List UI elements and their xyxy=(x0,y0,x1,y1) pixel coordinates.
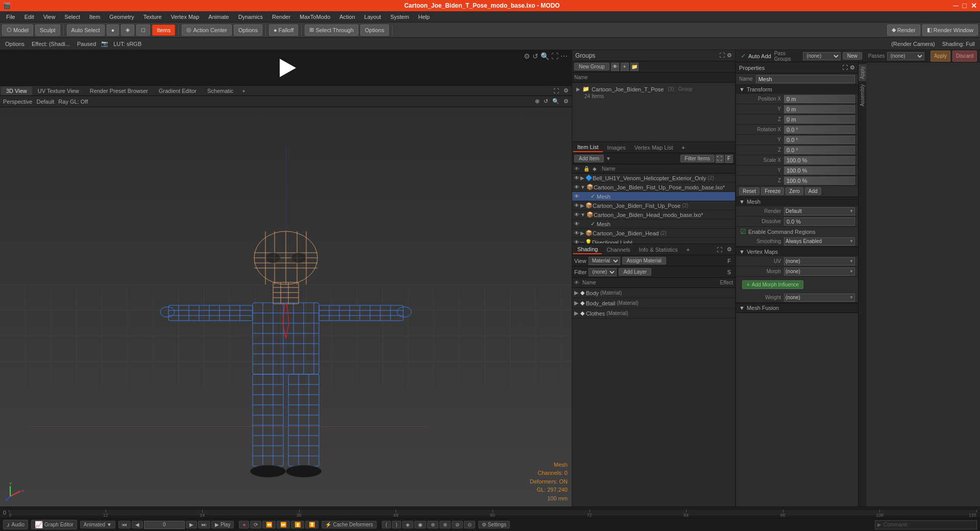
expand-0[interactable]: ▶ xyxy=(580,175,584,181)
groups-expand-icon[interactable]: ⛶ xyxy=(719,52,725,59)
timeline-ruler[interactable]: 0 12 24 36 48 60 72 84 96 108 120 xyxy=(8,509,977,516)
name-value[interactable]: Mesh xyxy=(756,75,855,83)
viewport-settings-icon[interactable]: ⚙ xyxy=(564,98,569,105)
go-end-button[interactable]: ⏭ xyxy=(198,521,210,528)
item-row-3[interactable]: 👁 ▶ 📦 Cartoon_Joe_Biden_Fist_Up_Pose (2) xyxy=(572,201,735,210)
shading-row-body-detail[interactable]: ▶ ◆ Body_detail (Material) xyxy=(572,298,735,308)
menu-edit[interactable]: Edit xyxy=(20,13,38,21)
groups-settings-icon[interactable]: ⚙ xyxy=(727,52,732,59)
menu-render[interactable]: Render xyxy=(268,13,295,21)
mesh-fusion-title[interactable]: ▼ Mesh Fusion xyxy=(736,303,858,312)
tab-images[interactable]: Images xyxy=(603,143,630,152)
position-x-value[interactable]: 0 m xyxy=(784,95,855,103)
falloff-button[interactable]: ● Falloff xyxy=(269,25,298,36)
shading-expand-icon[interactable]: ⛶ xyxy=(715,246,724,254)
more-icon[interactable]: ⋯ xyxy=(560,52,568,60)
expand-6[interactable]: ▶ xyxy=(580,230,584,236)
reset-button[interactable]: Reset xyxy=(739,187,760,195)
pb-btn-1[interactable]: ⟨ xyxy=(382,521,391,528)
view-select[interactable]: Material xyxy=(589,257,620,265)
mesh-section-title[interactable]: ▼ Mesh xyxy=(736,197,858,206)
position-y-value[interactable]: 0 m xyxy=(784,105,855,113)
animated-button[interactable]: Animated ▼ xyxy=(80,521,115,528)
expand-1[interactable]: ▼ xyxy=(580,184,585,190)
uv-dropdown[interactable]: (none) xyxy=(784,257,855,266)
groups-add-icon[interactable]: + xyxy=(621,63,629,71)
render-dropdown[interactable]: Default xyxy=(784,207,855,215)
viewport-orient-icon[interactable]: ⊕ xyxy=(535,98,540,105)
expand-3[interactable]: ▶ xyxy=(580,203,584,208)
viewport-settings[interactable]: ⚙ xyxy=(561,86,571,95)
tab-item-list[interactable]: Item List xyxy=(573,143,603,152)
command-input[interactable]: ▶ Command xyxy=(875,520,977,529)
zoom-in-icon[interactable]: 🔍 xyxy=(541,52,549,60)
assign-material-button[interactable]: Assign Material xyxy=(622,257,666,264)
prev-frame-button[interactable]: ◀ xyxy=(132,521,143,528)
pb-btn-7[interactable]: ⊘ xyxy=(452,521,463,528)
maximize-button[interactable]: □ xyxy=(963,2,967,10)
frame-display[interactable]: 0 xyxy=(144,521,185,529)
enable-cmd-row[interactable]: ☑ Enable Command Regions xyxy=(736,227,858,236)
add-layer-button[interactable]: Add Layer xyxy=(619,268,651,276)
action-options-button[interactable]: Options xyxy=(234,25,262,36)
expand-icon[interactable]: ⛶ xyxy=(551,52,558,60)
viewport-body[interactable]: X Y Z Mesh Channels: 0 Deformers: ON GL:… xyxy=(0,107,572,506)
ray-gl-label[interactable]: Ray GL: Off xyxy=(58,99,88,105)
items-button[interactable]: Items xyxy=(152,25,175,36)
pb-btn-6[interactable]: ⊗ xyxy=(439,521,451,528)
expand-4[interactable]: ▼ xyxy=(580,212,585,218)
menu-view[interactable]: View xyxy=(39,13,60,21)
pb-btn-5[interactable]: ⊕ xyxy=(427,521,438,528)
minimize-button[interactable]: ─ xyxy=(953,2,959,10)
rotation-x-value[interactable]: 0.0 ° xyxy=(784,126,855,134)
add-item-arrow[interactable]: ▼ xyxy=(606,156,611,161)
menu-action[interactable]: Action xyxy=(335,13,359,21)
item-list-expand[interactable]: ⛶ xyxy=(716,155,724,163)
item-list-settings[interactable]: F xyxy=(725,155,733,163)
refresh-icon[interactable]: ↺ xyxy=(532,52,538,60)
viewport-rotate-icon[interactable]: ↺ xyxy=(544,98,548,105)
default-label[interactable]: Default xyxy=(36,99,54,105)
tab-vertex-map-list[interactable]: Vertex Map List xyxy=(630,143,677,152)
view-type-label[interactable]: Perspective xyxy=(3,99,32,105)
vertex-maps-title[interactable]: ▼ Vertex Maps xyxy=(736,247,858,256)
tab-schematic[interactable]: Schematic xyxy=(202,87,238,95)
menu-vertex-map[interactable]: Vertex Map xyxy=(167,13,204,21)
tab-uv-texture[interactable]: UV Texture View xyxy=(33,87,84,95)
tab-info-statistics[interactable]: Info & Statistics xyxy=(635,246,682,254)
filter-select[interactable]: (none) xyxy=(589,268,617,276)
shading-expand-clothes[interactable]: ▶ xyxy=(574,310,578,317)
tab-channels[interactable]: Channels xyxy=(602,246,634,254)
pb-btn-4[interactable]: ◉ xyxy=(414,521,426,528)
item-row-0[interactable]: 👁 ▶ 🔷 Bell_UH1Y_Venom_Helicopter_Exterio… xyxy=(572,174,735,183)
go-start-button[interactable]: ⏮ xyxy=(118,521,131,528)
rotation-y-value[interactable]: 0.0 ° xyxy=(784,136,855,144)
menu-maxtomodo[interactable]: MaxToModo xyxy=(296,13,334,21)
new-pass-group-button[interactable]: New xyxy=(843,52,862,60)
viewport-zoom-icon[interactable]: 🔍 xyxy=(552,98,559,105)
freeze-button[interactable]: Freeze xyxy=(761,187,784,195)
tab-gradient-editor[interactable]: Gradient Editor xyxy=(154,87,202,95)
position-z-value[interactable]: 0 m xyxy=(784,115,855,124)
apply-button[interactable]: Apply xyxy=(930,51,950,62)
mode-verts[interactable]: ● xyxy=(107,25,119,36)
mode-edges[interactable]: ◈ xyxy=(121,25,134,36)
pb-btn-3[interactable]: ◈ xyxy=(402,521,413,528)
mode-polys[interactable]: ◻ xyxy=(136,25,150,36)
shading-settings-icon[interactable]: ⚙ xyxy=(725,245,734,254)
dissolve-value[interactable]: 0.0 % xyxy=(784,218,855,226)
tab-render-preset[interactable]: Render Preset Browser xyxy=(85,87,153,95)
item-row-6[interactable]: 👁 ▶ 📦 Cartoon_Joe_Biden_Head (2) xyxy=(572,229,735,238)
viewport-expand[interactable]: ⛶ xyxy=(551,87,561,95)
properties-settings-icon[interactable]: ⚙ xyxy=(850,64,855,71)
menu-item[interactable]: Item xyxy=(85,13,104,21)
filter-items-button[interactable]: Filter Items xyxy=(680,155,715,162)
menu-geometry[interactable]: Geometry xyxy=(105,13,138,21)
preview-play-button[interactable] xyxy=(276,58,296,78)
item-row-5[interactable]: 👁 ✓ Mesh xyxy=(572,220,735,229)
menu-system[interactable]: System xyxy=(386,13,413,21)
shading-row-clothes[interactable]: ▶ ◆ Clothes (Material) xyxy=(572,308,735,319)
close-button[interactable]: ✕ xyxy=(971,2,977,10)
menu-help[interactable]: Help xyxy=(414,13,434,21)
transport-btn-4[interactable]: ⏬ xyxy=(305,521,318,528)
